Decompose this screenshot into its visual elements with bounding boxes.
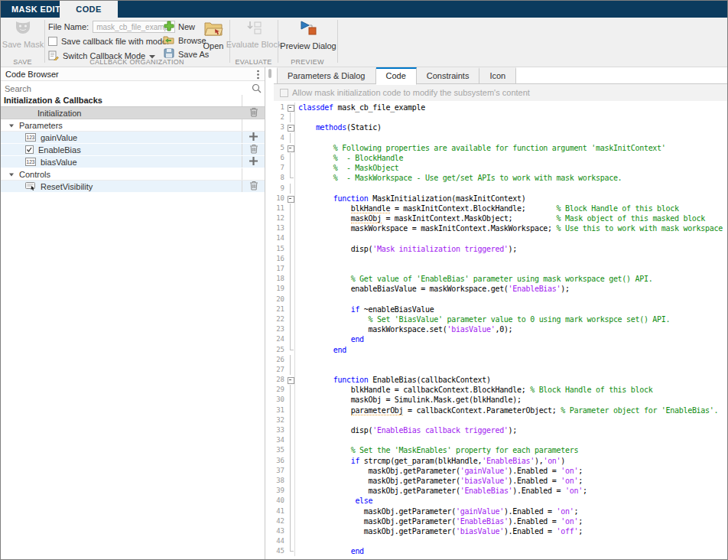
- tree-row-resetvisibility[interactable]: ResetVisibility: [1, 181, 265, 193]
- code-text: maskObj.getParameter('gainValue').Enable…: [295, 466, 583, 476]
- delete-icon-button[interactable]: [249, 107, 258, 119]
- browse-icon: [163, 34, 174, 46]
- fold-toggle-icon[interactable]: [286, 375, 295, 385]
- tab-constraints[interactable]: Constraints: [417, 67, 480, 84]
- code-line[interactable]: 19 enableBiasValue = maskWorkspace.get('…: [274, 284, 727, 294]
- fold-toggle-icon[interactable]: [286, 122, 295, 132]
- tree-row-gainvalue[interactable]: 123gainValue: [1, 132, 265, 144]
- code-line[interactable]: 38 maskObj.getParameter('biasValue').Ena…: [274, 476, 727, 486]
- code-line[interactable]: 30 maskObj = Simulink.Mask.get(blkHandle…: [274, 395, 727, 405]
- push-button-control-icon: [25, 182, 36, 191]
- tab-parameters-dialog[interactable]: Parameters & Dialog: [277, 67, 376, 84]
- code-line[interactable]: 14: [274, 233, 727, 243]
- add-icon-button[interactable]: [249, 132, 258, 142]
- line-number: 19: [274, 284, 284, 294]
- code-line[interactable]: 3 methods(Static): [274, 122, 727, 132]
- code-text: maskObj.getParameter('EnableBias').Enabl…: [295, 516, 583, 526]
- open-icon: [203, 20, 223, 40]
- code-text: [295, 184, 298, 194]
- code-line[interactable]: 33 disp('EnableBias callback triggered')…: [274, 425, 727, 435]
- code-line[interactable]: 6 % - BlockHandle: [274, 153, 727, 163]
- code-line[interactable]: 27: [274, 365, 727, 375]
- code-line[interactable]: 37 maskObj.getParameter('gainValue').Ena…: [274, 466, 727, 476]
- delete-icon-button[interactable]: [249, 181, 258, 192]
- fold-toggle-icon[interactable]: [286, 103, 295, 112]
- code-line[interactable]: 18 % Get value of 'EnableBias' parameter…: [274, 274, 727, 284]
- tab-code[interactable]: Code: [376, 67, 417, 85]
- delete-icon-button[interactable]: [249, 144, 258, 155]
- code-line[interactable]: 4: [274, 133, 727, 143]
- search-input[interactable]: [1, 83, 265, 95]
- code-line[interactable]: 17: [274, 264, 727, 274]
- code-line[interactable]: 32: [274, 415, 727, 425]
- line-number: 4: [274, 133, 284, 143]
- code-line[interactable]: 15 disp('Mask initialization triggered')…: [274, 244, 727, 254]
- add-icon-button[interactable]: [249, 157, 258, 167]
- tab-icon[interactable]: Icon: [479, 67, 516, 84]
- numeric-parameter-icon: 123: [25, 158, 36, 166]
- code-line[interactable]: 25 end: [274, 345, 727, 355]
- group-label-preview: PREVIEW: [278, 58, 337, 66]
- line-number: 10: [274, 194, 284, 203]
- code-line[interactable]: 21 if ~enableBiasValue: [274, 304, 727, 314]
- code-line[interactable]: 8 % - MaskWorkspace - Use get/set APIs t…: [274, 173, 727, 183]
- code-line[interactable]: 31 parameterObj = callbackContext.Parame…: [274, 405, 727, 415]
- fold-rail: [286, 254, 295, 264]
- code-line[interactable]: 12 maskObj = maskInitContext.MaskObject;…: [274, 213, 727, 223]
- code-line[interactable]: 45 end: [274, 546, 727, 556]
- code-line[interactable]: 24 end: [274, 334, 727, 344]
- code-line[interactable]: 10 function MaskInitialization(maskInitC…: [274, 194, 727, 203]
- code-line[interactable]: 39 maskObj.getParameter('EnableBias').En…: [274, 486, 727, 496]
- splitter-scrollbar-thumb[interactable]: [268, 69, 271, 78]
- code-text: [295, 295, 298, 304]
- fold-rail: [286, 233, 295, 243]
- code-line[interactable]: 29 blkHandle = callbackContext.BlockHand…: [274, 385, 727, 395]
- code-line[interactable]: 42 maskObj.getParameter('EnableBias').En…: [274, 516, 727, 526]
- line-number: 14: [274, 233, 284, 243]
- open-button[interactable]: Open: [200, 20, 227, 50]
- editor-panel: Parameters & DialogCodeConstraintsIcon A…: [274, 67, 727, 559]
- code-line[interactable]: 13 maskWorkspace = maskInitContext.MaskW…: [274, 223, 727, 233]
- code-line[interactable]: 22 % Set 'BiasValue' parameter value to …: [274, 314, 727, 324]
- panel-splitter[interactable]: [266, 67, 274, 559]
- code-line[interactable]: 7 % - MaskObject: [274, 163, 727, 173]
- code-line[interactable]: 41 maskObj.getParameter('gainValue').Ena…: [274, 506, 727, 516]
- fold-toggle-icon[interactable]: [286, 143, 295, 153]
- tree-row-parameters[interactable]: Parameters: [1, 119, 265, 132]
- code-line[interactable]: 2: [274, 112, 727, 122]
- preview-dialog-button[interactable]: Preview Dialog: [281, 20, 336, 50]
- code-line[interactable]: 1classdef mask_cb_file_example: [274, 103, 727, 112]
- fold-rail: [286, 456, 295, 466]
- caret-down-icon[interactable]: [8, 122, 15, 129]
- code-line[interactable]: 9: [274, 184, 727, 194]
- code-editor[interactable]: 1classdef mask_cb_file_example23 methods…: [274, 101, 727, 559]
- mask-editor-window: MASK EDITOR CODE Save Mask SAVE File Nam…: [0, 0, 728, 560]
- code-line[interactable]: 34: [274, 435, 727, 445]
- new-button[interactable]: New: [164, 21, 195, 33]
- code-line[interactable]: 40 else: [274, 496, 727, 506]
- save-callback-checkbox[interactable]: [48, 37, 57, 46]
- code-line[interactable]: 35 % Set the 'MaskEnables' property for …: [274, 445, 727, 455]
- allow-init-row: Allow mask initialization code to modify…: [274, 84, 727, 101]
- tree-row-biasvalue[interactable]: 123biasValue: [1, 156, 265, 168]
- code-line[interactable]: 11 blkHandle = maskInitContext.BlockHand…: [274, 203, 727, 213]
- caret-down-icon[interactable]: [8, 171, 15, 177]
- save-callback-checkbox-row[interactable]: Save callback file with model: [48, 35, 169, 47]
- code-line[interactable]: 43 maskObj.getParameter('biasValue').Ena…: [274, 526, 727, 536]
- code-line[interactable]: 44: [274, 536, 727, 546]
- code-line[interactable]: 28 function EnableBias(callbackContext): [274, 375, 727, 385]
- save-callback-label: Save callback file with model: [61, 37, 169, 46]
- code-text: blkHandle = maskInitContext.BlockHandle;…: [295, 203, 679, 213]
- tab-code-ribbon[interactable]: CODE: [60, 1, 118, 18]
- code-line[interactable]: 16: [274, 254, 727, 264]
- code-line[interactable]: 20: [274, 295, 727, 304]
- code-line[interactable]: 5 % Following properties are available f…: [274, 143, 727, 153]
- tree-row-initialization[interactable]: Initialization: [1, 107, 265, 119]
- code-line[interactable]: 23 maskWorkspace.set('biasValue',0);: [274, 324, 727, 334]
- code-line[interactable]: 36 if strcmp(get_param(blkHandle,'Enable…: [274, 456, 727, 466]
- panel-menu-icon[interactable]: [257, 70, 259, 81]
- code-line[interactable]: 26: [274, 355, 727, 365]
- tree-row-controls[interactable]: Controls: [1, 168, 265, 181]
- tree-row-enablebias[interactable]: EnableBias: [1, 144, 265, 156]
- fold-toggle-icon[interactable]: [286, 194, 295, 203]
